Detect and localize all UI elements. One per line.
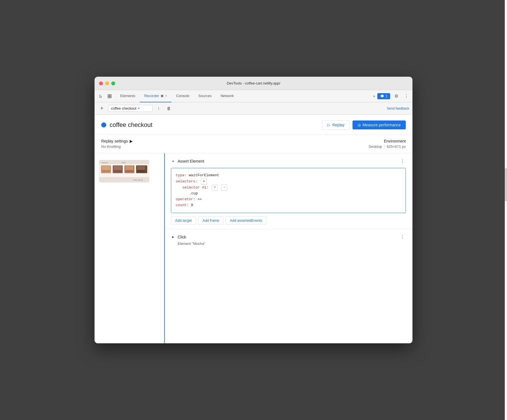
tabs-overflow-button[interactable]: » — [373, 94, 375, 98]
tab-elements[interactable]: Elements — [116, 90, 140, 102]
environment-size: 625×671 px — [387, 144, 406, 149]
export-button[interactable]: ↑ — [155, 105, 163, 112]
add-selector-button[interactable]: + — [212, 185, 218, 191]
recorder-record-icon: ▣ — [161, 94, 163, 98]
svg-text:Total: $0.00: Total: $0.00 — [133, 179, 143, 181]
step-thumbnail: Cypress Notes — [99, 160, 149, 182]
tab-console[interactable]: Console — [172, 90, 194, 102]
svg-text:Notes: Notes — [122, 162, 126, 163]
assert-element-menu[interactable]: ⋮ — [399, 158, 406, 165]
recorder-toolbar: + coffee checkout ▾ ↑ 🗑 Send feedback — [95, 102, 412, 115]
delete-button[interactable]: 🗑 — [165, 105, 173, 112]
tabs-list: Elements Recorder ▣ × Console Sources Ne… — [116, 90, 371, 102]
svg-rect-18 — [137, 166, 145, 170]
close-button[interactable] — [99, 81, 103, 85]
click-step-header: ▶ Click ⋮ — [171, 234, 406, 240]
settings-button[interactable]: ⚙ — [392, 92, 400, 100]
gear-icon: ⚙ — [394, 93, 398, 99]
svg-rect-0 — [108, 95, 109, 96]
svg-rect-2 — [108, 96, 109, 98]
svg-rect-10 — [102, 170, 110, 172]
assert-element-step-header: ▼ Assert Element ⋮ — [171, 158, 406, 165]
plus-icon: + — [100, 105, 103, 112]
window-title: DevTools - coffee-cart.netlify.app/ — [227, 81, 280, 85]
add-asserted-events-button[interactable]: Add assertedEvents — [226, 216, 266, 225]
svg-text:Cypress: Cypress — [102, 162, 108, 163]
inspect-button[interactable] — [106, 92, 114, 100]
selector-tool-icon[interactable]: ⌖ — [201, 178, 207, 185]
svg-rect-15 — [125, 166, 133, 170]
measure-icon: ◎ — [358, 123, 361, 127]
thumbnail-container: Cypress Notes — [95, 158, 164, 185]
recording-title: coffee checkout — [110, 121, 322, 129]
recording-status-dot — [101, 122, 106, 127]
settings-bar: Replay settings ▶ No throttling Environm… — [95, 134, 412, 153]
selectors-key: selectors: — [176, 179, 197, 184]
upload-icon: ↑ — [158, 106, 160, 111]
settings-left: Replay settings ▶ No throttling — [101, 139, 369, 149]
trash-icon: 🗑 — [167, 106, 171, 111]
tab-recorder[interactable]: Recorder ▣ × — [140, 90, 172, 102]
add-recording-button[interactable]: + — [98, 105, 106, 112]
recording-selector[interactable]: coffee checkout ▾ — [108, 105, 153, 112]
send-feedback-link[interactable]: Send feedback — [387, 107, 409, 110]
devtools-tab-bar: Elements Recorder ▣ × Console Sources Ne… — [95, 90, 412, 102]
throttling-value: No throttling — [101, 144, 369, 149]
assert-element-step: ▼ Assert Element ⋮ type: waitForElement … — [164, 153, 412, 229]
environment-name: Desktop — [369, 144, 382, 149]
notification-button[interactable]: 💬 1 — [377, 93, 390, 99]
add-frame-button[interactable]: Add frame — [198, 216, 223, 225]
type-key: type: — [176, 173, 187, 177]
count-value: 9 — [189, 203, 193, 207]
title-bar: DevTools - coffee-cart.netlify.app/ — [95, 77, 412, 90]
operator-key: operator: — [176, 197, 195, 201]
recorder-close-icon[interactable]: × — [165, 94, 167, 98]
more-vert-icon: ⋮ — [404, 93, 409, 99]
timeline-line — [164, 153, 165, 343]
environment-label: Environment — [369, 139, 406, 143]
recording-name: coffee checkout — [111, 106, 136, 110]
replay-settings-toggle[interactable]: Replay settings ▶ — [101, 139, 369, 143]
type-value: waitForElement — [187, 173, 219, 177]
maximize-button[interactable] — [111, 81, 115, 85]
assert-element-toggle[interactable]: ▼ — [171, 159, 175, 163]
assert-element-code: type: waitForElement selectors: ⌖ select… — [171, 168, 406, 213]
tab-icons — [97, 92, 114, 100]
add-target-button[interactable]: Add target — [171, 216, 196, 225]
steps-area: Cypress Notes — [95, 153, 412, 343]
click-step-name: Click — [178, 235, 399, 239]
cursor-tool-button[interactable] — [97, 92, 105, 100]
env-divider — [384, 145, 385, 149]
svg-rect-16 — [125, 170, 133, 172]
measure-performance-button[interactable]: ◎ Measure performance — [353, 120, 406, 129]
assert-element-actions: Add target Add frame Add assertedEvents — [171, 216, 406, 225]
click-step-menu[interactable]: ⋮ — [399, 234, 406, 240]
replay-label: Replay — [332, 123, 344, 127]
operator-value: == — [195, 197, 202, 201]
traffic-lights — [99, 81, 115, 85]
more-options-button[interactable]: ⋮ — [402, 92, 410, 100]
environment-value: Desktop 625×671 px — [369, 144, 406, 149]
main-content: coffee checkout ▷ Replay ◎ Measure perfo… — [95, 115, 412, 343]
replay-button[interactable]: ▷ Replay — [322, 120, 350, 130]
inspect-icon — [107, 94, 112, 98]
svg-rect-3 — [110, 96, 111, 98]
cursor-icon — [98, 94, 103, 98]
tabs-right-controls: » 💬 1 ⚙ ⋮ — [371, 92, 410, 100]
chevron-down-icon: ▾ — [138, 107, 140, 110]
click-step-toggle[interactable]: ▶ — [171, 235, 175, 239]
selector-value: .cup — [189, 191, 198, 195]
count-key: count: — [176, 203, 189, 207]
notification-count: 1 — [385, 94, 387, 98]
remove-selector-button[interactable]: − — [221, 185, 227, 191]
steps-sidebar: Cypress Notes — [95, 153, 164, 343]
tab-network[interactable]: Network — [216, 90, 238, 102]
tab-sources[interactable]: Sources — [194, 90, 216, 102]
svg-rect-13 — [114, 170, 122, 172]
svg-rect-19 — [137, 170, 145, 172]
steps-content: ▼ Assert Element ⋮ type: waitForElement … — [164, 153, 412, 343]
devtools-window: DevTools - coffee-cart.netlify.app/ Elem — [95, 77, 412, 343]
chevron-right-icon: ▶ — [130, 139, 133, 143]
minimize-button[interactable] — [105, 81, 109, 85]
svg-rect-1 — [110, 95, 111, 96]
